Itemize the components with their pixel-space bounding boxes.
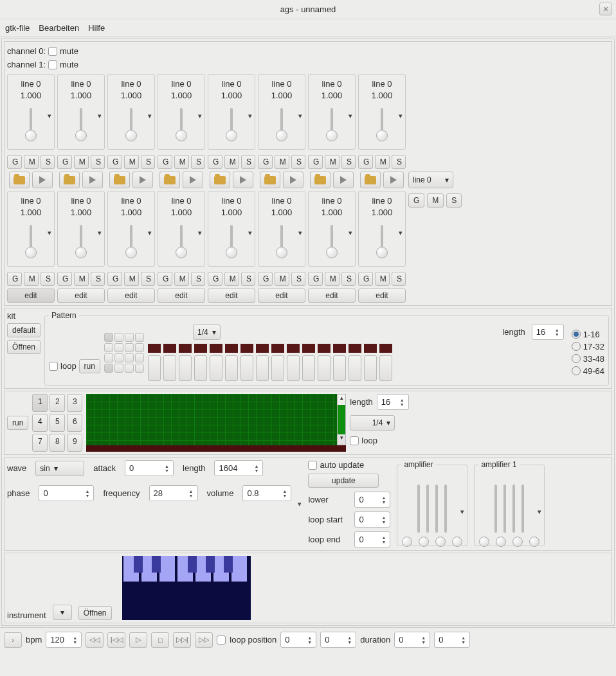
chevron-down-icon[interactable]: ▾	[399, 229, 403, 237]
g-button[interactable]: G	[208, 155, 222, 169]
rewind-button[interactable]: ◁◁	[86, 632, 104, 648]
fader[interactable]	[230, 108, 233, 139]
update-button[interactable]: update	[308, 474, 379, 488]
toggle[interactable]	[125, 333, 134, 342]
toggle[interactable]	[114, 343, 123, 352]
range-radio-3[interactable]	[572, 354, 581, 363]
freq-stepper[interactable]: 28▲▼	[149, 485, 198, 501]
channel-1-mute-check[interactable]	[48, 60, 57, 69]
g-button[interactable]: G	[358, 155, 373, 169]
step-button[interactable]	[194, 355, 207, 381]
amp-knob[interactable]	[435, 537, 446, 547]
expand-button[interactable]: ›	[4, 632, 22, 648]
s-button[interactable]: S	[241, 272, 255, 286]
g-button[interactable]: G	[7, 272, 22, 286]
fader[interactable]	[331, 225, 333, 256]
duration-stepper[interactable]: 0▲▼	[394, 632, 430, 648]
amp-slider[interactable]	[512, 485, 515, 533]
fader[interactable]	[80, 108, 82, 139]
m-button[interactable]: M	[74, 272, 89, 286]
s-button[interactable]: S	[241, 155, 255, 169]
fader[interactable]	[80, 225, 82, 256]
amp-slider[interactable]	[444, 485, 447, 533]
step-button[interactable]	[349, 355, 361, 381]
seq-num-6[interactable]: 6	[67, 414, 82, 432]
edit-button[interactable]: edit	[358, 289, 406, 303]
step-button[interactable]	[271, 355, 284, 381]
amp-slider[interactable]	[494, 485, 497, 533]
fader[interactable]	[230, 225, 233, 256]
step-button[interactable]	[379, 355, 392, 381]
amp-knob[interactable]	[419, 537, 429, 547]
edit-button[interactable]: edit	[208, 289, 255, 303]
g-button[interactable]: G	[208, 272, 222, 286]
phase-stepper[interactable]: 0▲▼	[39, 485, 94, 501]
m-button[interactable]: M	[24, 272, 39, 286]
attack-stepper[interactable]: 0▲▼	[125, 460, 174, 476]
pattern-length-stepper[interactable]: 16▲▼	[532, 324, 564, 340]
g-button[interactable]: G	[158, 272, 172, 286]
step-button[interactable]	[225, 355, 238, 381]
loop-start-stepper[interactable]: 0▲▼	[354, 511, 390, 528]
step-button[interactable]	[287, 355, 300, 381]
m-button[interactable]: M	[124, 272, 139, 286]
amp-knob[interactable]	[496, 537, 506, 547]
skip-start-button[interactable]: |◁◁	[107, 632, 125, 648]
kit-default-button[interactable]: default	[7, 323, 41, 337]
seq-run-button[interactable]: run	[7, 416, 28, 430]
s-button[interactable]: S	[191, 272, 205, 286]
m-button[interactable]: M	[275, 155, 289, 169]
step-button[interactable]	[318, 355, 331, 381]
play-button[interactable]: ▷	[129, 632, 147, 648]
instrument-open-button[interactable]: Öffnen	[78, 606, 112, 620]
range-radio-1[interactable]	[572, 330, 581, 339]
m-button[interactable]: M	[325, 155, 340, 169]
toggle[interactable]	[104, 364, 113, 373]
chevron-down-icon[interactable]: ▾	[148, 112, 152, 120]
loop-pos-stepper[interactable]: 0▲▼	[280, 632, 316, 648]
g-button[interactable]: G	[308, 155, 323, 169]
fader[interactable]	[280, 225, 283, 256]
toggle[interactable]	[104, 333, 113, 342]
g-button[interactable]: G	[258, 272, 273, 286]
seq-num-7[interactable]: 7	[32, 434, 48, 452]
amp-slider[interactable]	[503, 485, 506, 533]
play-sample-button[interactable]	[333, 172, 354, 188]
play-sample-button[interactable]	[183, 172, 203, 188]
m-button[interactable]: M	[375, 272, 390, 286]
toggle[interactable]	[104, 353, 113, 362]
fader[interactable]	[180, 108, 183, 139]
fader[interactable]	[180, 225, 183, 256]
pattern-run-button[interactable]: run	[79, 359, 100, 373]
edit-button[interactable]: edit	[308, 289, 356, 303]
amp-knob[interactable]	[529, 537, 539, 547]
skip-end-button[interactable]: ▷▷|	[173, 632, 191, 648]
g-button[interactable]: G	[57, 155, 72, 169]
loop-pos-check[interactable]	[217, 636, 226, 645]
instrument-select[interactable]: ▾	[53, 605, 72, 620]
open-file-button[interactable]	[260, 172, 280, 188]
range-radio-4[interactable]	[572, 366, 581, 375]
fader[interactable]	[331, 108, 333, 139]
step-button[interactable]	[240, 355, 253, 381]
g-button[interactable]: G	[7, 155, 22, 169]
amp-slider[interactable]	[435, 485, 438, 533]
seq-scrollbar[interactable]: ▴▾	[337, 394, 346, 445]
s-button[interactable]: S	[291, 272, 305, 286]
pattern-quant-select[interactable]: 1/4▾	[193, 325, 221, 340]
open-file-button[interactable]	[109, 172, 130, 188]
play-sample-button[interactable]	[132, 172, 153, 188]
fader[interactable]	[280, 108, 283, 139]
toggle[interactable]	[104, 343, 113, 352]
toggle[interactable]	[125, 353, 134, 362]
chevron-down-icon[interactable]: ▾	[248, 229, 252, 237]
amp-slider[interactable]	[417, 485, 420, 533]
chevron-down-icon[interactable]: ▾	[298, 500, 302, 508]
fader[interactable]	[30, 225, 32, 256]
chevron-down-icon[interactable]: ▾	[349, 229, 352, 237]
edit-button[interactable]: edit	[258, 289, 305, 303]
m-button[interactable]: M	[224, 155, 239, 169]
step-button[interactable]	[302, 355, 315, 381]
amp-dropdown[interactable]: ▾	[460, 508, 464, 516]
step-button[interactable]	[179, 355, 192, 381]
